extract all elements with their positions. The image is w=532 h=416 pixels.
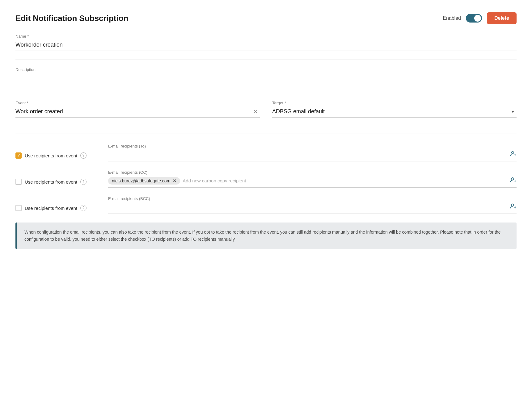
to-recipient-right: E-mail recipients (To) (108, 144, 517, 161)
to-field-label: E-mail recipients (To) (108, 144, 517, 148)
divider-1 (15, 60, 517, 60)
event-target-row: Event * ✕ Target * ▾ (15, 101, 517, 126)
info-box-text: When configuration the email recipients,… (24, 229, 509, 243)
cc-email-tag: niels.burez@adbsafegate.com ✕ (108, 177, 180, 185)
target-field-section: Target * ▾ (272, 101, 517, 118)
bcc-recipient-right: E-mail recipients (BCC) (108, 196, 517, 214)
page-header: Edit Notification Subscription Enabled D… (15, 12, 517, 24)
cc-recipient-row: Use recipients from event ? E-mail recip… (15, 170, 517, 188)
cc-recipient-right: E-mail recipients (CC) niels.burez@adbsa… (108, 170, 517, 188)
header-actions: Enabled Delete (443, 12, 517, 24)
bcc-use-recipients-checkbox[interactable] (15, 205, 22, 211)
bcc-add-person-icon[interactable] (510, 203, 517, 211)
to-recipient-left: Use recipients from event ? (15, 144, 102, 159)
to-help-icon[interactable]: ? (80, 152, 87, 159)
page-title: Edit Notification Subscription (15, 14, 128, 23)
cc-remove-tag-icon[interactable]: ✕ (173, 178, 176, 183)
to-add-person-icon[interactable] (510, 150, 517, 159)
cc-field-label: E-mail recipients (CC) (108, 170, 517, 175)
divider-3 (15, 134, 517, 134)
name-field-section: Name * (15, 34, 517, 51)
bcc-recipient-row: Use recipients from event ? E-mail recip… (15, 196, 517, 214)
cc-recipient-input[interactable] (183, 178, 507, 183)
cc-input-row: niels.burez@adbsafegate.com ✕ (108, 177, 517, 188)
cc-help-icon[interactable]: ? (80, 179, 87, 185)
enabled-toggle[interactable] (466, 14, 482, 23)
cc-use-recipients-label: Use recipients from event (25, 179, 77, 185)
bcc-use-recipients-label: Use recipients from event (25, 206, 77, 211)
event-clear-icon[interactable]: ✕ (253, 109, 257, 114)
to-recipient-row: Use recipients from event ? E-mail recip… (15, 144, 517, 161)
target-input[interactable] (272, 107, 517, 118)
svg-point-3 (512, 178, 514, 180)
bcc-recipient-left: Use recipients from event ? (15, 196, 102, 211)
cc-email-tag-text: niels.burez@adbsafegate.com (112, 178, 170, 183)
info-box: When configuration the email recipients,… (15, 223, 517, 249)
toggle-track[interactable] (466, 14, 482, 23)
name-input[interactable] (15, 40, 517, 51)
event-field-section: Event * ✕ (15, 101, 260, 118)
enabled-label: Enabled (443, 15, 461, 21)
target-label: Target * (272, 101, 517, 105)
bcc-recipient-input[interactable] (108, 204, 507, 210)
cc-recipient-left: Use recipients from event ? (15, 170, 102, 185)
cc-use-recipients-checkbox[interactable] (15, 179, 22, 185)
delete-button[interactable]: Delete (487, 12, 517, 24)
to-recipient-input[interactable] (108, 152, 507, 157)
recipients-section: Use recipients from event ? E-mail recip… (15, 144, 517, 214)
svg-point-0 (512, 152, 514, 154)
divider-2 (15, 93, 517, 93)
bcc-input-row (108, 203, 517, 214)
name-label: Name * (15, 34, 517, 39)
toggle-thumb (474, 15, 481, 22)
event-input[interactable] (15, 107, 260, 118)
description-input[interactable] (15, 74, 517, 84)
to-use-recipients-label: Use recipients from event (25, 153, 77, 158)
description-field-section: Description (15, 67, 517, 84)
bcc-help-icon[interactable]: ? (80, 205, 87, 211)
description-label: Description (15, 67, 517, 72)
svg-point-6 (512, 204, 514, 206)
to-input-row (108, 150, 517, 161)
bcc-field-label: E-mail recipients (BCC) (108, 196, 517, 201)
to-use-recipients-checkbox[interactable] (15, 152, 22, 159)
cc-add-person-icon[interactable] (510, 177, 517, 185)
event-label: Event * (15, 101, 260, 105)
